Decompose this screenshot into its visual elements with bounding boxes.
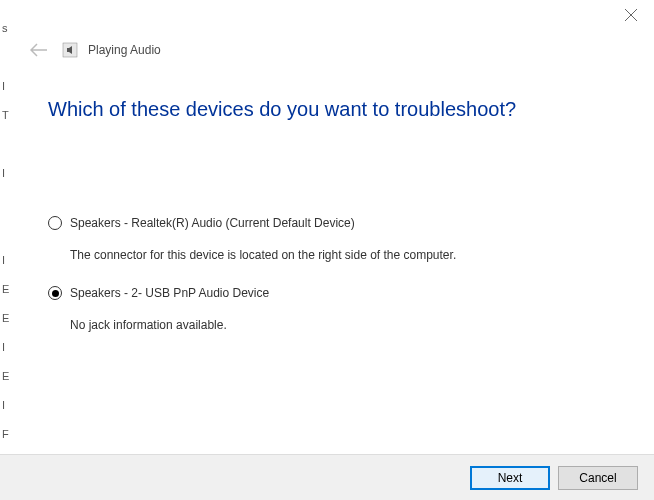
next-button[interactable]: Next (470, 466, 550, 490)
background-sidebar-fragment: s I T I I E E I E I F (0, 14, 8, 449)
device-description: No jack information available. (48, 300, 654, 332)
radio-icon (48, 216, 62, 230)
device-label: Speakers - 2- USB PnP Audio Device (70, 286, 269, 300)
device-option: Speakers - Realtek(R) Audio (Current Def… (48, 216, 654, 262)
troubleshooter-window: s I T I I E E I E I F Playing Audio Whic… (0, 0, 654, 500)
footer-bar: Next Cancel (0, 454, 654, 500)
device-list: Speakers - Realtek(R) Audio (Current Def… (0, 121, 654, 332)
close-button[interactable] (624, 8, 640, 24)
header: Playing Audio (0, 0, 654, 58)
back-arrow-icon (30, 43, 48, 57)
device-description: The connector for this device is located… (48, 230, 654, 262)
device-option: Speakers - 2- USB PnP Audio Device No ja… (48, 286, 654, 332)
audio-icon (62, 42, 78, 58)
close-icon (624, 8, 638, 22)
device-radio-row[interactable]: Speakers - Realtek(R) Audio (Current Def… (48, 216, 654, 230)
radio-icon (48, 286, 62, 300)
back-button[interactable] (30, 43, 48, 57)
header-title: Playing Audio (88, 43, 161, 57)
device-radio-row[interactable]: Speakers - 2- USB PnP Audio Device (48, 286, 654, 300)
cancel-button[interactable]: Cancel (558, 466, 638, 490)
device-label: Speakers - Realtek(R) Audio (Current Def… (70, 216, 355, 230)
page-title: Which of these devices do you want to tr… (0, 58, 654, 121)
